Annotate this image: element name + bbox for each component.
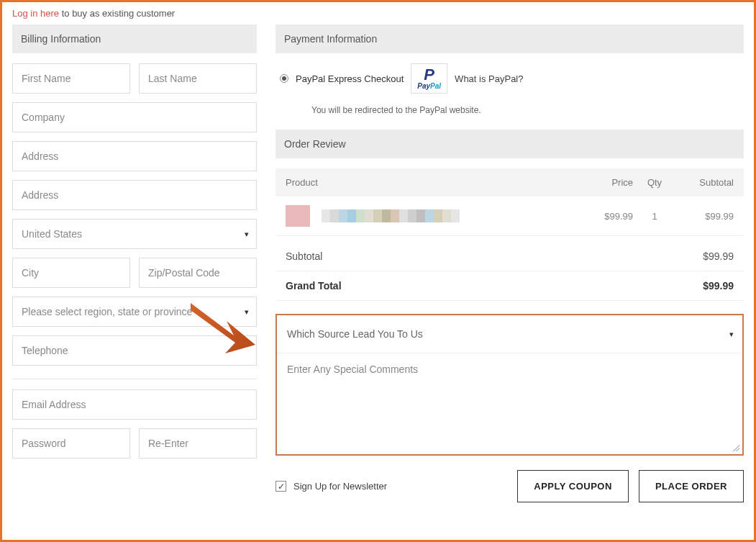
col-product: Product (286, 177, 575, 188)
address2-field[interactable]: Address (12, 180, 257, 210)
email-field[interactable]: Email Address (12, 389, 257, 420)
reenter-field[interactable]: Re-Enter (139, 428, 257, 459)
zip-field[interactable]: Zip/Postal Code (139, 258, 257, 288)
order-table: Product Price Qty Subtotal $99.99 1 $99.… (275, 168, 744, 301)
login-prompt: Log in here to buy as existing customer (12, 8, 744, 19)
highlight-box: Which Source Lead You To Us Enter Any Sp… (275, 314, 744, 456)
last-name-field[interactable]: Last Name (139, 63, 257, 94)
order-review-header: Order Review (275, 130, 744, 158)
what-is-paypal-link[interactable]: What is PayPal? (455, 73, 523, 84)
address1-field[interactable]: Address (12, 141, 257, 171)
paypal-redirect-note: You will be redirected to the PayPal web… (311, 105, 744, 115)
product-name-blurred (322, 209, 460, 222)
row-subtotal: $99.99 (676, 211, 734, 222)
payment-header: Payment Information (275, 24, 744, 53)
apply-coupon-button[interactable]: APPLY COUPON (517, 470, 629, 502)
telephone-field[interactable]: Telephone (12, 335, 257, 366)
grand-total-value: $99.99 (703, 280, 734, 292)
product-thumb (286, 205, 310, 227)
comments-textarea[interactable]: Enter Any Special Comments (277, 353, 742, 454)
newsletter-label: Sign Up for Newsletter (293, 481, 387, 492)
col-subtotal: Subtotal (676, 177, 734, 188)
billing-header: Billing Information (12, 24, 257, 53)
country-select[interactable]: United States (12, 219, 257, 249)
subtotal-value: $99.99 (703, 250, 734, 262)
paypal-radio[interactable] (280, 74, 288, 83)
paypal-logo: PP PayPal (411, 63, 447, 94)
password-field[interactable]: Password (12, 428, 130, 459)
table-row: $99.99 1 $99.99 (275, 197, 744, 236)
source-select[interactable]: Which Source Lead You To Us (277, 315, 742, 353)
subtotal-label: Subtotal (286, 250, 322, 262)
region-select[interactable]: Please select region, state or province (12, 297, 257, 327)
row-price: $99.99 (575, 211, 633, 222)
login-suffix: to buy as existing customer (59, 8, 175, 19)
divider (12, 379, 257, 379)
row-qty: 1 (633, 211, 676, 222)
col-price: Price (575, 177, 633, 188)
login-link[interactable]: Log in here (12, 8, 59, 19)
company-field[interactable]: Company (12, 102, 257, 132)
paypal-label: PayPal Express Checkout (296, 73, 404, 84)
city-field[interactable]: City (12, 258, 130, 288)
right-column: Payment Information PayPal Express Check… (275, 24, 744, 502)
grand-total-label: Grand Total (286, 280, 342, 292)
place-order-button[interactable]: PLACE ORDER (639, 470, 744, 502)
newsletter-checkbox[interactable]: ✓ (275, 481, 286, 492)
first-name-field[interactable]: First Name (12, 63, 130, 94)
col-qty: Qty (633, 177, 676, 188)
billing-column: Billing Information First Name Last Name… (12, 24, 257, 502)
